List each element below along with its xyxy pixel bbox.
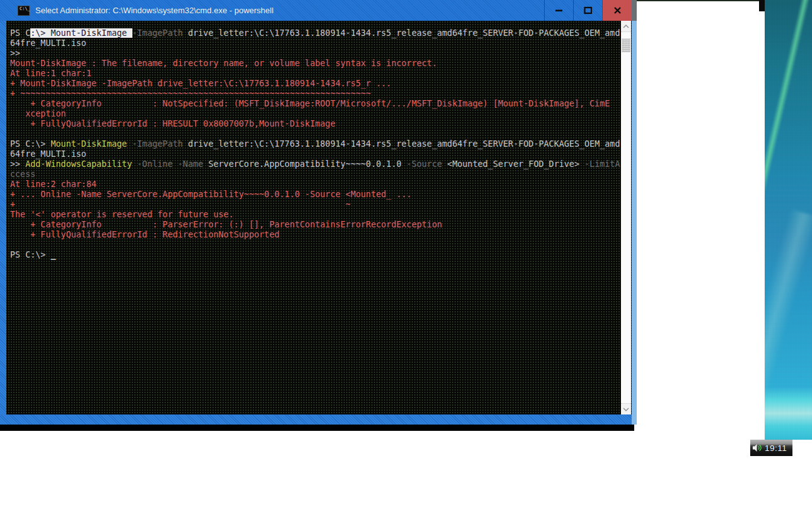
- maximize-icon: [584, 6, 593, 14]
- screen: C:\_ Select Administrator: C:\Windows\sy…: [0, 0, 812, 514]
- chevron-down-icon: [623, 408, 629, 411]
- console-text-segment: -ImagePath: [127, 139, 188, 149]
- window-border-bottom: [0, 414, 632, 425]
- console-line: + CategoryInfo : NotSpecified: (MSFT_Dis…: [10, 99, 621, 109]
- tray-clock[interactable]: 19:11: [765, 443, 787, 453]
- console-line: 64fre_MULTI.iso: [10, 149, 621, 159]
- title-bar[interactable]: C:\_ Select Administrator: C:\Windows\sy…: [0, 0, 632, 21]
- console-text-segment: drive_letter:\C:\17763.1.180914-1434.rs5…: [188, 28, 620, 38]
- console-text-segment: PS C: [10, 28, 30, 38]
- console-line: + ~~~~~~~~~~~~~~~~~~~~~~~~~~~~~~~~~~~~~~…: [10, 89, 621, 99]
- desktop-background: [765, 0, 812, 440]
- close-button[interactable]: [602, 0, 632, 21]
- console-line: Mount-DiskImage : The filename, director…: [10, 59, 621, 69]
- console-text-segment: Mount-DiskImage : The filename, director…: [10, 59, 437, 68]
- console-text-segment: :\> Mount-DiskImage: [30, 28, 132, 38]
- console-text-segment: -Online -Name: [132, 159, 209, 169]
- console-line: [10, 240, 621, 250]
- console-line: + ... Online -Name ServerCore.AppCompati…: [10, 190, 621, 200]
- console-text-segment: At line:2 char:84: [10, 180, 96, 189]
- maximize-button[interactable]: [573, 0, 602, 21]
- console-text-segment: -ImagePath: [132, 28, 188, 38]
- console-line: + CategoryInfo : ParserError: (:) [], Pa…: [10, 220, 621, 230]
- console-window: C:\_ Select Administrator: C:\Windows\sy…: [0, 0, 632, 425]
- console-text-segment: PS C:\>: [10, 250, 51, 260]
- console-text-segment: + ~: [10, 200, 351, 209]
- console-line: xception: [10, 109, 621, 119]
- console-line: + Mount-DiskImage -ImagePath drive_lette…: [10, 79, 621, 89]
- console-text-segment: + ~~~~~~~~~~~~~~~~~~~~~~~~~~~~~~~~~~~~~~…: [10, 89, 371, 98]
- console-text-segment: >>: [10, 49, 20, 58]
- console-text-segment: + CategoryInfo : ParserError: (:) [], Pa…: [10, 220, 442, 229]
- window-controls: [544, 0, 632, 21]
- console-text-segment: + CategoryInfo : NotSpecified: (MSFT_Dis…: [10, 99, 610, 108]
- scroll-thumb[interactable]: [622, 38, 630, 52]
- console-text-segment: Add-WindowsCapability: [25, 159, 132, 169]
- scroll-down-button[interactable]: [621, 403, 631, 414]
- console-text-segment: drive_letter:\C:\17763.1.180914-1434.rs5…: [188, 139, 620, 149]
- console-text-segment: 64fre_MULTI.iso: [10, 38, 86, 48]
- console-line: PS C:\> Mount-DiskImage -ImagePath drive…: [10, 28, 621, 38]
- console-line: + ~: [10, 200, 621, 210]
- console-line: ccess: [10, 169, 621, 180]
- console-line: [10, 129, 621, 139]
- console-line: The '<' operator is reserved for future …: [10, 210, 621, 220]
- window-border-left: [0, 21, 6, 414]
- window-title: Select Administrator: C:\Windows\system3…: [35, 6, 274, 15]
- console-line: >> Add-WindowsCapability -Online -Name S…: [10, 159, 621, 169]
- console-line: >>: [10, 49, 621, 59]
- console-text-segment: At line:1 char:1: [10, 69, 91, 78]
- console-line: At line:2 char:84: [10, 180, 621, 190]
- minimize-icon: [555, 6, 563, 14]
- console-output: PS C:\> Mount-DiskImage -ImagePath drive…: [10, 28, 621, 260]
- console-line: PS C:\> Mount-DiskImage -ImagePath drive…: [10, 139, 621, 149]
- system-tray: 19:11: [750, 440, 792, 456]
- scroll-up-button[interactable]: [621, 21, 631, 32]
- console-text-segment: PS C:\>: [10, 139, 51, 149]
- console-text-segment: ccess: [10, 169, 35, 179]
- console-cursor: _: [51, 250, 56, 260]
- chevron-up-icon: [623, 25, 629, 28]
- console-text-segment: Mount-DiskImage: [51, 139, 127, 149]
- console-text-segment: -Source: [402, 159, 448, 169]
- window-border-right: [632, 0, 637, 425]
- aurora-streak: [765, 0, 812, 249]
- cmd-icon: C:\_: [18, 6, 30, 16]
- console-text-segment: xception: [10, 109, 66, 118]
- console-line: + FullyQualifiedErrorId : RedirectionNot…: [10, 230, 621, 240]
- blank-window[interactable]: [637, 0, 765, 431]
- console-text-segment: -LimitA: [579, 159, 620, 169]
- aurora-band: [765, 209, 812, 440]
- scrollbar[interactable]: [621, 21, 631, 414]
- speaker-icon[interactable]: [752, 443, 762, 452]
- console-text-segment: + FullyQualifiedErrorId : HRESULT 0x8007…: [10, 119, 335, 128]
- console-text-segment: ServerCore.AppCompatibility~~~~0.0.1.0: [208, 159, 401, 169]
- close-icon: [613, 6, 622, 14]
- window-shadow: [0, 425, 634, 431]
- console-line: PS C:\> _: [10, 250, 621, 260]
- console-text-segment: 64fre_MULTI.iso: [10, 149, 86, 159]
- console-text-segment: + ... Online -Name ServerCore.AppCompati…: [10, 190, 412, 199]
- console-text-segment: >>: [10, 159, 25, 169]
- console-line: 64fre_MULTI.iso: [10, 38, 621, 49]
- console-line: At line:1 char:1: [10, 69, 621, 79]
- console-line: + FullyQualifiedErrorId : HRESULT 0x8007…: [10, 119, 621, 129]
- console-text-segment: <Mounted_Server_FOD_Drive>: [447, 159, 579, 169]
- minimize-button[interactable]: [544, 0, 573, 21]
- console-text-segment: + FullyQualifiedErrorId : RedirectionNot…: [10, 230, 279, 239]
- console-body[interactable]: PS C:\> Mount-DiskImage -ImagePath drive…: [0, 21, 632, 414]
- console-text-segment: + Mount-DiskImage -ImagePath drive_lette…: [10, 79, 392, 88]
- blank-window-corner: [759, 0, 765, 11]
- console-text-segment: The '<' operator is reserved for future …: [10, 210, 234, 219]
